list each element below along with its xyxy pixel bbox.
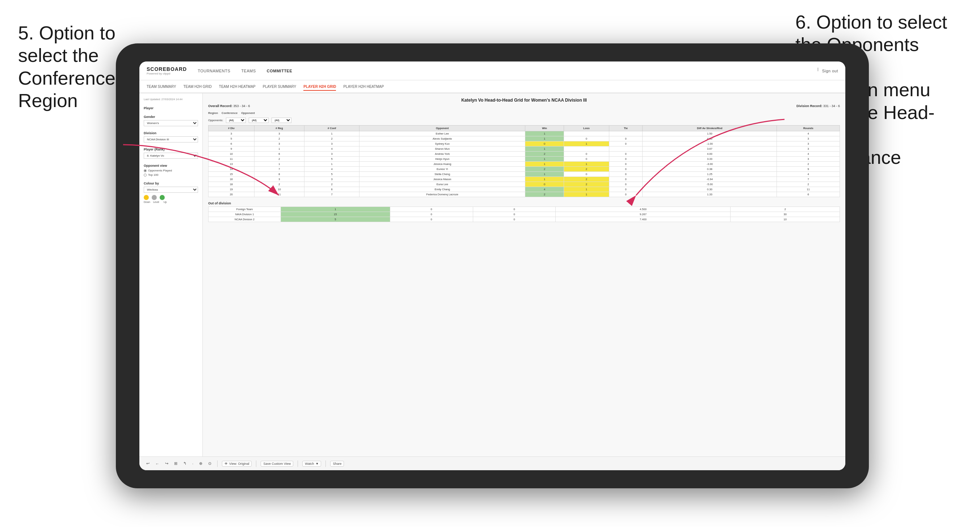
table-row: 6 [304,187,360,192]
out-div-row: 0 [390,217,473,222]
overall-record: Overall Record: 353 - 34 - 6 [208,104,250,108]
toolbar-dot[interactable]: · [191,461,195,467]
th-opponent: Opponent [360,125,525,131]
table-row: 7 [304,192,360,197]
out-div-row: 0 [473,217,556,222]
toolbar-grid[interactable]: ⊞ [173,460,179,467]
region-select[interactable]: (All) [226,117,246,123]
player-section: Player [144,106,198,110]
out-div-row: NCAA Division 2 [208,217,281,222]
toolbar-sep3 [298,460,298,467]
nav-teams[interactable]: TEAMS [241,67,256,75]
gender-label: Gender [144,115,198,119]
records-row: Overall Record: 353 - 34 - 6 Division Re… [208,104,840,108]
table-row: 0 [564,172,609,177]
table-row: 2 [525,152,564,157]
conference-filter-group: Conference [221,111,237,115]
th-conf: # Conf [304,125,360,131]
table-row: 4 [304,146,360,152]
conference-select[interactable]: (All) [249,117,269,123]
table-row: 3 [304,177,360,182]
table-row: 3 [304,141,360,146]
table-row [564,131,609,137]
nav-committee[interactable]: COMMITTEE [267,67,293,75]
opponent-select[interactable]: (All) [272,117,291,123]
toolbar-sep1 [217,460,218,467]
table-row: 2 [564,182,609,187]
out-div-row: 4.500 [556,207,730,212]
content-title: Katelyn Vo Head-to-Head Grid for Women's… [208,98,840,103]
table-row: Eunice Yi [360,167,525,172]
share-btn[interactable]: Share [330,461,344,467]
th-div: # Div [208,125,255,131]
out-div-row: 15 [281,212,390,217]
out-div-row: 0 [473,212,556,217]
logo-sub: Powered by clippd [146,72,187,75]
table-row: Sydney Kuo [360,141,525,146]
out-div-row: 1 [281,207,390,212]
view-original-btn[interactable]: 👁 View: Original [222,461,251,467]
out-division-table: Foreign Team 1 0 0 4.500 2 NAIA Division… [208,206,840,222]
watch-arrow: ▼ [315,462,318,465]
player-label: Player [144,106,198,110]
table-row: Stella Cheng [360,172,525,177]
out-div-row: 10 [730,217,840,222]
table-row: 1 [525,162,564,167]
pipe-separator: | [818,67,819,75]
table-row: 0 [564,152,609,157]
sign-out-link[interactable]: Sign out [822,67,838,75]
last-updated: Last Updated: 27/03/2024 14:44 [144,98,198,101]
region-filter-label: Region [208,111,218,115]
subnav-player-h2h-heatmap[interactable]: PLAYER H2H HEATMAP [343,83,384,90]
table-row: 5 [304,172,360,177]
table-row: 1 [525,131,564,137]
arrow-left [101,137,282,210]
out-div-row: 0 [473,207,556,212]
table-row: 1 [304,162,360,167]
view-icon: 👁 [224,462,228,465]
nav-tournaments[interactable]: TOURNAMENTS [198,67,230,75]
subnav-player-h2h-grid[interactable]: PLAYER H2H GRID [303,83,336,91]
table-row: 5 [304,157,360,162]
table-row: 1 [525,146,564,152]
filter-row: Region Conference Opponent [208,111,840,115]
toolbar-undo[interactable]: ↩ [145,460,151,467]
table-row: Emily Chang [360,187,525,192]
subnav-team-h2h-grid[interactable]: TEAM H2H GRID [183,83,212,90]
toolbar-reset[interactable]: ↰ [182,460,188,467]
table-row: 3 [304,152,360,157]
table-row: 1 [564,162,609,167]
bottom-toolbar: ↩ ← ↪ ⊞ ↰ · ⊕ ⊙ 👁 View: Original Save Cu… [139,457,845,470]
table-row: 1 [525,177,564,182]
th-loss: Loss [564,125,609,131]
subnav-team-h2h-heatmap[interactable]: TEAM H2H HEATMAP [219,83,256,90]
subnav-team-summary[interactable]: TEAM SUMMARY [146,83,176,90]
table-row: 2 [525,192,564,197]
table-row: Jessica Mason [360,177,525,182]
out-div-row: 7.400 [556,217,730,222]
subnav-player-summary[interactable]: PLAYER SUMMARY [263,83,296,90]
toolbar-add[interactable]: ⊕ [198,460,204,467]
conference-filter-label: Conference [221,111,237,115]
toolbar-sep2 [256,460,256,467]
save-custom-btn[interactable]: Save Custom View [261,461,293,467]
opponent-filter-label: Opponent [241,111,255,115]
out-div-row: 5 [281,217,390,222]
gender-select[interactable]: Women's [144,120,198,126]
toolbar-back[interactable]: ← [154,461,161,467]
watch-btn[interactable]: Watch ▼ [302,461,321,467]
table-row: 2 [564,177,609,182]
table-row: 0 [525,182,564,187]
table-row: 4 [304,167,360,172]
region-filter-group: Region [208,111,218,115]
table-row: 0 [564,137,609,141]
toolbar-redo[interactable]: ↪ [164,460,170,467]
table-row: Sharon Mun [360,146,525,152]
table-row: 1 [564,192,609,197]
table-row: Jessica Huang [360,162,525,167]
toolbar-target[interactable]: ⊙ [207,460,213,467]
table-row: 2 [564,167,609,172]
out-div-row: 2 [730,207,840,212]
logo-text: SCOREBOARD [146,66,187,72]
out-div-row: NAIA Division 1 [208,212,281,217]
